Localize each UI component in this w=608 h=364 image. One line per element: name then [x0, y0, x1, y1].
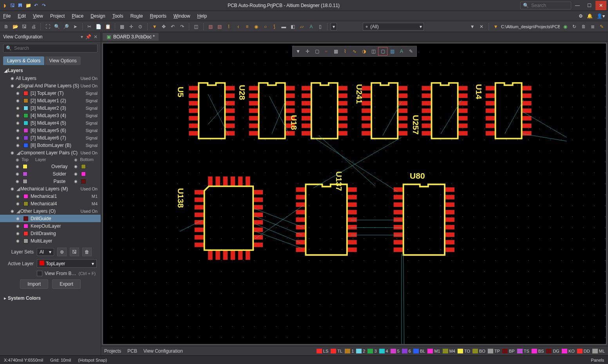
panel-search[interactable]: 🔍 [3, 44, 98, 53]
layer-row[interactable]: ◉ [5] MidLayer4 (5) Signal [0, 119, 101, 127]
menu-place[interactable]: Place [72, 13, 83, 19]
color-swatch[interactable] [24, 224, 28, 228]
select-filter-icon[interactable]: ▼ [151, 23, 158, 31]
cut-icon[interactable]: ✂ [86, 23, 93, 31]
color-swatch[interactable] [24, 216, 28, 221]
zoom-sel-icon[interactable]: 🔎 [62, 23, 70, 31]
tab-view-options[interactable]: View Options [45, 56, 80, 65]
color-swatch[interactable] [24, 91, 28, 96]
color-swatch[interactable] [24, 136, 28, 140]
layer-tab[interactable]: DG [546, 349, 559, 353]
poly-icon[interactable]: ▱ [298, 23, 306, 31]
eye-icon[interactable]: ◉ [9, 187, 16, 191]
eye-icon[interactable]: ◉ [74, 179, 80, 183]
new-icon[interactable]: 🗎 [2, 23, 10, 31]
layer-tab[interactable]: M4 [443, 349, 455, 353]
color-swatch[interactable] [23, 172, 27, 176]
eye-icon[interactable]: ◉ [14, 113, 21, 118]
color-swatch[interactable] [24, 231, 28, 236]
color-swatch[interactable] [24, 128, 28, 133]
sync-icon[interactable]: ↻ [570, 23, 578, 31]
clear-filter-icon[interactable]: ✕ [478, 23, 485, 31]
layer-row[interactable]: ◉ [4] MidLayer3 (4) Signal [0, 112, 101, 119]
funnel-icon[interactable]: ▼ [469, 23, 476, 31]
eye-icon[interactable]: ◉ [14, 121, 21, 125]
color-swatch[interactable] [24, 113, 28, 118]
route-icon[interactable]: ⌇ [225, 23, 232, 31]
layer-set-delete-button[interactable]: 🗑 [82, 248, 92, 256]
layer-tab[interactable]: TO [458, 349, 470, 353]
bus-icon[interactable]: ≡ [243, 23, 251, 31]
close-button[interactable]: ✕ [595, 1, 606, 10]
color-swatch[interactable] [24, 201, 28, 206]
menu-route[interactable]: Route [130, 13, 143, 19]
color-swatch[interactable] [81, 172, 86, 176]
layer-set-save-button[interactable]: 🖫 [70, 248, 79, 256]
color-swatch[interactable] [24, 239, 28, 243]
component-u257[interactable] [422, 83, 468, 139]
layer-row[interactable]: ◉ MultiLayer [0, 237, 101, 244]
color-swatch[interactable] [81, 179, 86, 184]
bottom-tab-viewconf[interactable]: View Configuration [143, 348, 183, 354]
document-tab[interactable]: ▣ BOARD 3.PcbDoc * [103, 33, 159, 41]
menu-project[interactable]: Project [50, 13, 65, 19]
layer-tab[interactable]: TP [488, 349, 500, 353]
layer-row[interactable]: ◉ [6] MidLayer5 (6) Signal [0, 127, 101, 134]
save-icon[interactable]: 🖫 [21, 23, 28, 31]
layer-row[interactable]: ◉ DrillGuide [0, 215, 101, 222]
eye-icon[interactable]: ◉ [74, 158, 78, 162]
global-search-input[interactable] [531, 3, 568, 8]
layer-tab[interactable]: BP [502, 349, 515, 353]
list-icon[interactable]: ≣ [589, 23, 596, 31]
component-u138[interactable] [195, 176, 263, 260]
eye-icon[interactable]: ◉ [14, 143, 21, 147]
undo-icon[interactable]: ↶ [33, 2, 39, 9]
menu-edit[interactable]: Edit [18, 13, 26, 19]
region-icon[interactable]: ◧ [289, 23, 297, 31]
origin-icon[interactable]: ⊙ [137, 23, 144, 31]
paste-icon[interactable]: 📋 [104, 23, 112, 31]
layer-pair-row[interactable]: ◉ Overlay ◉ [0, 163, 101, 170]
panel-pin-icon[interactable]: 📌 [85, 34, 91, 40]
move-icon[interactable]: ✥ [160, 23, 167, 31]
color-swatch[interactable] [24, 121, 28, 125]
text-icon[interactable]: A [308, 23, 315, 31]
color-swatch[interactable] [23, 179, 27, 184]
eye-icon[interactable]: ◉ [14, 136, 21, 140]
layer-tab[interactable]: BS [532, 349, 544, 353]
eye-icon[interactable]: ◉ [14, 128, 21, 132]
eye-icon[interactable]: ◉ [9, 150, 16, 155]
saveall-icon[interactable]: 🖪 [17, 2, 24, 9]
layer-tab[interactable]: 5 [391, 349, 400, 353]
color-swatch[interactable] [81, 164, 86, 169]
maximize-button[interactable]: ☐ [584, 1, 595, 10]
system-colors-header[interactable]: ▸System Colors [0, 294, 101, 302]
eye-icon[interactable]: ◉ [9, 209, 16, 213]
layer-tab[interactable]: 1 [345, 349, 354, 353]
menu-file[interactable]: FFileile [3, 13, 11, 19]
color-swatch[interactable] [24, 194, 28, 199]
menu-window[interactable]: Window [174, 13, 190, 19]
open-icon[interactable]: 📂 [11, 23, 19, 31]
hatch1-icon[interactable]: ▨ [207, 23, 214, 31]
eye-icon[interactable]: ◉ [14, 224, 21, 228]
layer-tab[interactable]: KO [562, 349, 575, 353]
layer-tab[interactable]: ML [592, 349, 605, 353]
bottom-tab-projects[interactable]: Projects [104, 348, 121, 354]
color-swatch[interactable] [23, 164, 27, 169]
online-icon[interactable]: ◉ [561, 23, 569, 31]
filter-dropdown[interactable]: ⚬ (All) ▾ [363, 23, 423, 31]
layer-row[interactable]: ◉ [1] TopLayer (T) Signal [0, 89, 101, 97]
layer-row[interactable]: ◉ Mechanical1 M1 [0, 192, 101, 200]
zoom-fit-icon[interactable]: 🔍 [53, 23, 61, 31]
menu-help[interactable]: Help [197, 13, 207, 19]
layer-tab[interactable]: LS [317, 349, 328, 353]
color-swatch[interactable] [24, 98, 28, 103]
menu-reports[interactable]: Reports [150, 13, 166, 19]
layer-tab[interactable]: TL [331, 349, 342, 353]
row-comp-pairs-group[interactable]: ◉ ◢ Component Layer Pairs (C) Used On [0, 149, 101, 156]
panels-button[interactable]: Panels [591, 358, 604, 362]
eye-icon[interactable]: ◉ [14, 91, 21, 95]
eye-icon[interactable]: ◉ [14, 106, 21, 110]
component-u241[interactable] [362, 83, 407, 139]
